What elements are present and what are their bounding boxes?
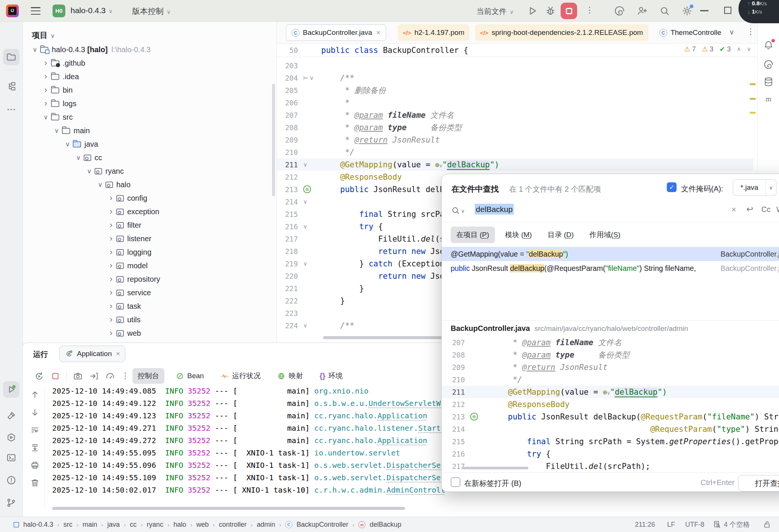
scope-tab[interactable]: 目录 (D) (542, 227, 579, 243)
scroll-down-button-icon[interactable] (30, 407, 40, 417)
tree-item-halo[interactable]: ∨halo (23, 178, 277, 191)
clear-search-icon[interactable]: × (731, 205, 736, 215)
chevron-down-icon[interactable]: ∨ (95, 181, 105, 189)
next-problem-icon[interactable]: ∨ (747, 46, 751, 53)
problems-widget[interactable]: ⚠ 7 ⚠ 3 ✔ 3 ∧ ∨ (684, 45, 751, 53)
breadcrumb-item[interactable]: delBackup (370, 521, 401, 529)
match-case-toggle[interactable]: Cc (761, 205, 770, 214)
tree-item-logging[interactable]: ›logging (23, 245, 277, 259)
lock-widget[interactable] (760, 517, 774, 532)
fold-chevron-icon[interactable]: ∨ (303, 198, 307, 205)
settings-icon[interactable] (681, 5, 693, 17)
debug-button-icon[interactable] (545, 5, 556, 17)
search-field[interactable]: ∨ delBackup × ↩ Cc W (442, 201, 779, 221)
clear-button-icon[interactable] (30, 478, 40, 488)
print-button-icon[interactable] (30, 460, 40, 470)
chevron-right-icon[interactable]: › (106, 208, 116, 215)
scope-tab[interactable]: 在项目 (P) (451, 227, 495, 243)
breadcrumb-item[interactable]: main (83, 521, 97, 529)
breadcrumb-item[interactable]: BackupController (296, 521, 348, 529)
search-result-row[interactable]: @GetMapping(value = "delBackup")BackupCo… (442, 247, 779, 261)
structure-tool-button-icon[interactable] (3, 78, 20, 95)
tree-item-main[interactable]: ∨main (23, 124, 277, 137)
tree-item-cc[interactable]: ∨cc (23, 151, 277, 164)
window-minimize-button[interactable] (700, 10, 708, 11)
indent-widget[interactable]: 4 个空格 (710, 517, 750, 532)
tree-item-config[interactable]: ›config (23, 191, 277, 205)
terminal-tool-button-icon[interactable] (3, 449, 20, 466)
project-tool-button-icon[interactable] (3, 49, 20, 65)
tree-item-.idea[interactable]: ›.idea (23, 70, 277, 83)
breadcrumb-item[interactable]: java (107, 521, 120, 529)
breadcrumb-item[interactable]: src (63, 521, 72, 529)
project-selector[interactable]: halo-0.4.3∨ (71, 6, 113, 15)
run-tab-Bean[interactable]: Bean (170, 369, 209, 383)
close-icon[interactable]: × (376, 29, 380, 37)
main-menu-icon[interactable] (31, 7, 41, 15)
chevron-right-icon[interactable]: › (106, 235, 116, 242)
newline-icon[interactable]: ↩ (746, 204, 753, 214)
notifications-icon[interactable] (763, 40, 774, 50)
run-tab-运行状况[interactable]: 运行状况 (215, 368, 266, 384)
run-tool-button-icon[interactable] (3, 381, 20, 398)
tree-item-model[interactable]: ›model (23, 259, 277, 272)
prev-problem-icon[interactable]: ∧ (737, 46, 741, 53)
tree-item-listener[interactable]: ›listener (23, 232, 277, 245)
chevron-right-icon[interactable]: › (106, 275, 116, 283)
breadcrumb-item[interactable]: cc (130, 521, 137, 529)
tree-item-exception[interactable]: ›exception (23, 205, 277, 218)
chevron-down-icon[interactable]: ∨ (30, 46, 40, 54)
endpoint-gutter-icon[interactable]: ⊕ (303, 185, 311, 193)
chevron-right-icon[interactable]: › (106, 262, 116, 269)
attach-button-icon[interactable] (89, 371, 99, 381)
git-tool-button-icon[interactable] (3, 494, 20, 511)
open-in-new-tab-checkbox[interactable] (451, 477, 460, 487)
search-icon[interactable] (659, 5, 670, 17)
run-tab-控制台[interactable]: 控制台 (132, 368, 164, 384)
warning-stripe-mark[interactable] (750, 83, 756, 85)
tab-list-chevron-icon[interactable]: ∨ (729, 28, 734, 36)
scope-tab[interactable]: 模块 (M) (499, 227, 538, 243)
tree-item-.github[interactable]: ›.github (23, 56, 277, 70)
chevron-down-icon[interactable]: ∨ (41, 113, 51, 121)
add-user-icon[interactable] (636, 5, 648, 17)
chevron-right-icon[interactable]: › (106, 316, 116, 323)
doc-render-icon[interactable]: ⊨ (303, 75, 308, 81)
maven-icon[interactable]: m (763, 94, 774, 104)
project-tree-scrollbar[interactable] (272, 84, 275, 196)
fold-chevron-icon[interactable]: ∨ (303, 322, 307, 329)
run-session-tab[interactable]: Application × (59, 346, 125, 362)
chevron-right-icon[interactable]: › (106, 329, 116, 337)
breadcrumb-item[interactable]: admin (257, 521, 275, 529)
chevron-right-icon[interactable]: › (106, 302, 116, 310)
caret-position[interactable]: 211:26 (635, 517, 655, 532)
stop-button[interactable] (561, 3, 577, 19)
tree-item-utils[interactable]: ›utils (23, 313, 277, 326)
fold-chevron-icon[interactable]: ∨ (310, 75, 314, 81)
open-find-window-button[interactable]: 打开查找窗口 (738, 475, 779, 491)
scroll-up-button-icon[interactable] (30, 390, 40, 400)
chevron-down-icon[interactable]: ∨ (51, 127, 62, 135)
tree-item-src[interactable]: ∨src (23, 110, 277, 124)
endpoint-gutter-icon[interactable]: ⊕ (470, 413, 478, 421)
warning-stripe-mark[interactable] (750, 112, 756, 114)
tree-item-task[interactable]: ›task (23, 299, 277, 313)
tree-item-filter[interactable]: ›filter (23, 218, 277, 232)
line-separator-widget[interactable]: LF (667, 517, 675, 532)
fold-chevron-icon[interactable]: ∨ (303, 260, 307, 267)
more-actions-icon[interactable]: ⋮ (585, 5, 594, 15)
tree-item-service[interactable]: ›service (23, 286, 277, 299)
search-result-row[interactable]: public JsonResult delBackup(@RequestPara… (442, 261, 779, 275)
chevron-right-icon[interactable]: › (106, 248, 116, 256)
chevron-down-icon[interactable]: ∨ (62, 140, 73, 148)
tree-item-java[interactable]: ∨java (23, 137, 277, 151)
file-mask-combo[interactable]: *.java∨ (733, 179, 776, 196)
scroll-to-end-button-icon[interactable] (30, 443, 40, 452)
file-mask-checkbox[interactable]: ✓ (667, 182, 677, 192)
chevron-right-icon[interactable]: › (41, 86, 51, 94)
vcs-widget[interactable]: 版本控制∨ (132, 6, 171, 17)
ai-assistant-icon[interactable] (614, 5, 625, 17)
services-tool-button-icon[interactable] (3, 429, 20, 446)
breadcrumb-item[interactable]: controller (219, 521, 247, 529)
run-tab-环境[interactable]: {}环境 (314, 368, 348, 384)
